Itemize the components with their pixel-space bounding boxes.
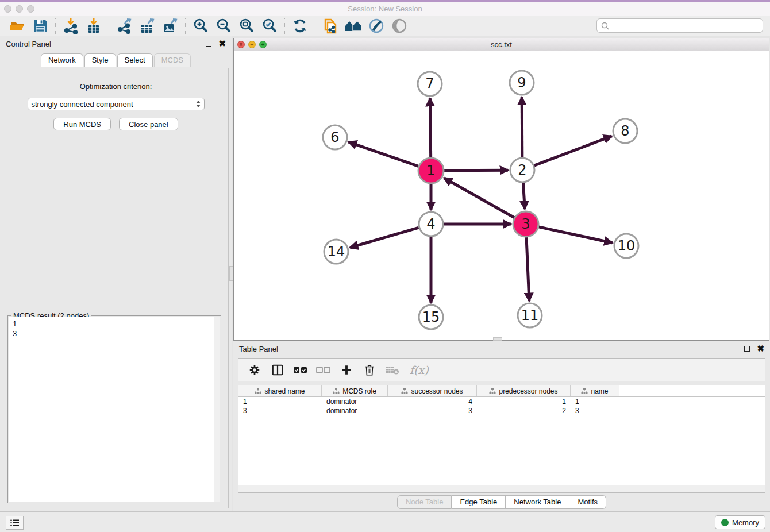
criterion-dropdown[interactable]: strongly connected component (28, 98, 205, 110)
tab-select[interactable]: Select (117, 53, 153, 67)
network-window-title: scc.txt (234, 40, 769, 49)
graph-edge-2-9[interactable] (522, 97, 522, 157)
graph-node-14[interactable]: 14 (324, 240, 348, 264)
graph-edge-3-10[interactable] (538, 227, 612, 243)
graph-node-1[interactable]: 1 (418, 158, 444, 183)
horizontal-splitter-handle[interactable] (493, 337, 502, 341)
table-panel-close-button[interactable]: ✖ (757, 346, 764, 352)
tab-edge-table[interactable]: Edge Table (452, 495, 506, 509)
zoom-selected-button[interactable] (258, 17, 281, 35)
export-table-button[interactable] (136, 17, 159, 35)
table-row[interactable]: 3dominator323 (238, 406, 765, 415)
tab-network-table[interactable]: Network Table (506, 495, 569, 509)
table-horizontal-scrollbar[interactable] (238, 485, 765, 492)
graph-node-6[interactable]: 6 (323, 125, 347, 149)
zoom-out-icon (215, 18, 232, 34)
zoom-in-icon (192, 18, 209, 34)
column-header-label: MCDS role (342, 387, 376, 395)
graph-edge-2-3[interactable] (523, 183, 525, 209)
close-panel-button[interactable]: Close panel (119, 118, 178, 130)
graph-node-4[interactable]: 4 (419, 212, 443, 236)
first-neighbors-button[interactable] (342, 17, 365, 35)
network-window-titlebar[interactable]: × − + scc.txt (234, 38, 769, 51)
control-panel-float-button[interactable] (206, 41, 211, 47)
column-header-name[interactable]: name (571, 385, 619, 396)
search-field[interactable] (596, 18, 763, 33)
graph-edge-2-8[interactable] (534, 136, 612, 165)
zoom-out-button[interactable] (212, 17, 235, 35)
task-history-button[interactable] (6, 516, 24, 530)
column-header-label: successor nodes (411, 387, 463, 395)
gear-icon (248, 364, 261, 376)
graph-node-15[interactable]: 15 (419, 305, 443, 329)
clone-network-button[interactable] (319, 17, 342, 35)
graph-edge-4-14[interactable] (350, 228, 419, 248)
mcds-result-item[interactable]: 1 (13, 319, 220, 329)
graph-node-8[interactable]: 8 (613, 119, 637, 143)
open-file-button[interactable] (6, 17, 29, 35)
delete-button[interactable] (359, 360, 380, 380)
table-settings-button[interactable] (244, 360, 265, 380)
column-header-shared-name[interactable]: shared name (238, 385, 322, 396)
graph-node-3[interactable]: 3 (513, 211, 538, 237)
import-table-button[interactable] (82, 17, 105, 35)
tab-network[interactable]: Network (41, 53, 83, 67)
eye-icon (391, 18, 407, 34)
zoom-in-button[interactable] (189, 17, 212, 35)
deselect-all-button[interactable] (313, 360, 334, 380)
table-cell-predecessor-nodes[interactable]: 1 (477, 397, 571, 406)
network-graph-canvas[interactable]: 7968124314101511 (234, 51, 769, 340)
select-all-button[interactable] (290, 360, 311, 380)
column-header-successor-nodes[interactable]: successor nodes (388, 385, 477, 396)
table-cell-shared-name[interactable]: 1 (238, 397, 322, 406)
table-cell-shared-name[interactable]: 3 (238, 406, 322, 415)
tab-node-table[interactable]: Node Table (397, 495, 452, 509)
graph-node-10[interactable]: 10 (614, 234, 638, 258)
graph-edge-1-2[interactable] (444, 170, 508, 171)
table-cell-mcds-role[interactable]: dominator (322, 397, 388, 406)
mcds-result-item[interactable]: 3 (13, 329, 220, 338)
graph-edge-1-6[interactable] (349, 142, 419, 166)
import-network-button[interactable] (59, 17, 82, 35)
export-network-button[interactable] (113, 17, 136, 35)
graph-node-7[interactable]: 7 (418, 72, 442, 96)
import-table-icon (86, 18, 102, 34)
graph-node-9[interactable]: 9 (510, 71, 534, 95)
save-session-button[interactable] (29, 17, 52, 35)
table-cell-successor-nodes[interactable]: 4 (388, 397, 477, 406)
result-scrollbar[interactable] (214, 317, 220, 502)
run-mcds-button[interactable]: Run MCDS (53, 118, 111, 130)
memory-button[interactable]: Memory (715, 515, 765, 529)
show-columns-button[interactable] (267, 360, 288, 380)
graph-node-11[interactable]: 11 (518, 303, 542, 327)
network-view-window: × − + scc.txt 7968124314101511 (233, 38, 769, 341)
zoom-fit-button[interactable] (235, 17, 258, 35)
control-panel-tabs: NetworkStyleSelectMCDS (0, 53, 232, 67)
paint-style-button[interactable] (365, 17, 388, 35)
tab-style[interactable]: Style (84, 53, 116, 67)
mcds-result-list[interactable]: 13 (9, 317, 220, 502)
table-cell-name[interactable]: 1 (571, 397, 619, 406)
tab-mcds[interactable]: MCDS (154, 53, 191, 67)
control-panel-close-button[interactable]: ✖ (218, 41, 226, 47)
table-row[interactable]: 1dominator411 (238, 397, 765, 406)
column-header-mcds-role[interactable]: MCDS role (322, 385, 388, 396)
column-header-predecessor-nodes[interactable]: predecessor nodes (477, 385, 571, 396)
export-image-button[interactable] (159, 17, 182, 35)
search-input[interactable] (610, 20, 763, 32)
graph-node-2[interactable]: 2 (510, 158, 534, 182)
hide-button[interactable] (388, 17, 411, 35)
home-icon (344, 18, 363, 33)
table-cell-predecessor-nodes[interactable]: 2 (477, 406, 571, 415)
add-button[interactable] (336, 360, 357, 380)
table-cell-name[interactable]: 3 (571, 406, 619, 415)
refresh-layout-button[interactable] (288, 17, 311, 35)
graph-edge-3-1[interactable] (444, 178, 514, 218)
graph-edge-3-11[interactable] (526, 237, 529, 301)
table-cell-successor-nodes[interactable]: 3 (388, 406, 477, 415)
table-panel-float-button[interactable] (744, 346, 750, 352)
graph-edge-1-7[interactable] (430, 98, 430, 157)
vertical-splitter-handle[interactable] (229, 266, 233, 281)
tab-motifs[interactable]: Motifs (569, 495, 606, 509)
table-cell-mcds-role[interactable]: dominator (322, 406, 388, 415)
